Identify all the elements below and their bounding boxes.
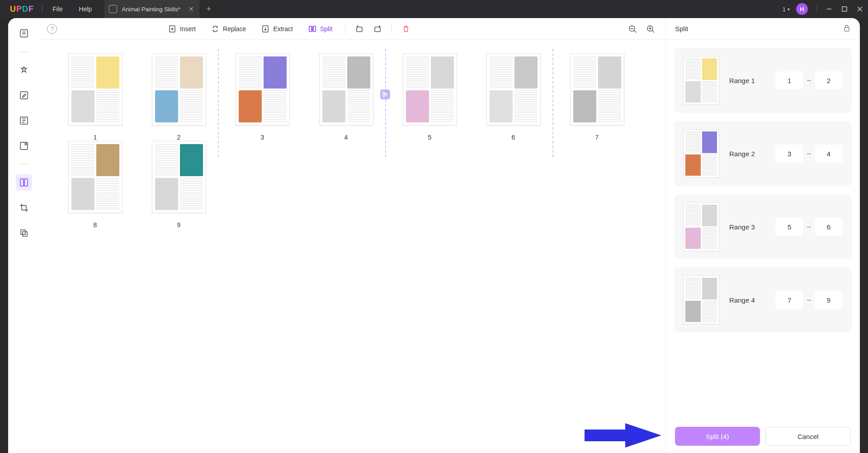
- menu-file[interactable]: File: [44, 5, 71, 13]
- close-window-button[interactable]: [855, 5, 864, 14]
- document-icon: [109, 5, 117, 13]
- range-card: Range 4–: [674, 267, 852, 332]
- page-thumbnail[interactable]: 5: [388, 53, 472, 141]
- split-button[interactable]: Split: [302, 22, 339, 36]
- page-thumbnail[interactable]: 9: [137, 141, 221, 229]
- range-to-input[interactable]: [815, 291, 843, 309]
- range-label: Range 4: [729, 296, 765, 304]
- range-thumbnail: [683, 129, 719, 178]
- app-logo: UPDF: [10, 5, 34, 14]
- center-column: ? Insert Replace Extract Split 123456789: [40, 18, 665, 453]
- page-number: 6: [512, 134, 515, 141]
- range-list: Range 1–Range 2–Range 3–Range 4–: [666, 40, 860, 420]
- delete-button[interactable]: [398, 21, 414, 37]
- zoom-out-button[interactable]: [625, 21, 640, 37]
- page-thumbnail[interactable]: 4: [304, 53, 388, 141]
- svg-marker-37: [585, 423, 661, 448]
- organize-toolbar: ? Insert Replace Extract Split: [40, 18, 665, 40]
- svg-line-29: [634, 31, 636, 33]
- svg-point-13: [25, 143, 27, 145]
- rotate-left-button[interactable]: [352, 21, 367, 37]
- rail-crop-icon[interactable]: [16, 200, 32, 216]
- menu-help[interactable]: Help: [71, 5, 100, 13]
- rail-protect-icon[interactable]: [16, 138, 32, 154]
- zoom-in-button[interactable]: [643, 21, 658, 37]
- workspace: ? Insert Replace Extract Split 123456789…: [8, 18, 860, 453]
- page-number: 7: [595, 134, 599, 141]
- svg-rect-23: [313, 26, 316, 32]
- rail-tool-icon[interactable]: [16, 225, 32, 241]
- svg-line-33: [652, 31, 654, 33]
- extract-button[interactable]: Extract: [255, 22, 299, 36]
- svg-rect-4: [20, 30, 28, 37]
- svg-point-35: [383, 95, 385, 97]
- titlebar: UPDF File Help Animal Painting Skills* ✕…: [0, 0, 868, 18]
- replace-button[interactable]: Replace: [205, 22, 252, 36]
- help-icon[interactable]: ?: [47, 24, 57, 34]
- rail-reader-icon[interactable]: [16, 25, 32, 42]
- page-number: 9: [177, 221, 181, 229]
- svg-point-34: [383, 92, 385, 94]
- add-tab-button[interactable]: +: [202, 5, 216, 14]
- svg-rect-25: [357, 27, 362, 32]
- range-label: Range 1: [729, 77, 765, 84]
- scissor-icon[interactable]: [380, 89, 390, 99]
- page-number: 1: [94, 134, 97, 141]
- range-label: Range 2: [729, 150, 765, 158]
- rail-comment-icon[interactable]: [16, 62, 32, 78]
- range-from-input[interactable]: [775, 218, 803, 236]
- split-panel: Split Range 1–Range 2–Range 3–Range 4– S…: [665, 18, 860, 453]
- maximize-button[interactable]: [840, 5, 849, 14]
- svg-rect-16: [21, 230, 25, 234]
- rail-form-icon[interactable]: [16, 112, 32, 129]
- rotate-right-button[interactable]: [370, 21, 385, 37]
- page-thumbnail[interactable]: 3: [221, 53, 304, 141]
- svg-rect-26: [375, 27, 380, 32]
- range-card: Range 3–: [674, 194, 852, 259]
- minimize-button[interactable]: [825, 5, 834, 14]
- left-rail: [8, 18, 40, 453]
- panel-header: Split: [666, 18, 860, 40]
- thumbnail-grid: 123456789: [40, 40, 665, 453]
- page-number: 4: [344, 134, 348, 141]
- svg-rect-7: [20, 92, 28, 99]
- page-dropdown[interactable]: 1▾: [783, 6, 790, 13]
- insert-button[interactable]: Insert: [162, 22, 202, 36]
- close-tab-icon[interactable]: ✕: [189, 5, 194, 13]
- page-thumbnail[interactable]: 7: [555, 53, 639, 141]
- range-from-input[interactable]: [775, 71, 803, 89]
- rail-organize-icon[interactable]: [16, 174, 32, 191]
- separator: [816, 5, 816, 13]
- page-thumbnail[interactable]: 2: [137, 53, 221, 141]
- range-thumbnail: [683, 56, 719, 105]
- document-tab[interactable]: Animal Painting Skills* ✕: [104, 0, 199, 18]
- range-thumbnail: [683, 276, 719, 324]
- range-from-input[interactable]: [775, 145, 803, 163]
- svg-rect-1: [842, 7, 847, 11]
- panel-title: Split: [675, 25, 688, 33]
- split-divider[interactable]: [218, 49, 219, 157]
- range-to-input[interactable]: [815, 218, 843, 236]
- user-avatar[interactable]: H: [796, 3, 808, 15]
- page-number: 3: [261, 134, 264, 141]
- rail-edit-icon[interactable]: [16, 87, 32, 103]
- page-thumbnail[interactable]: 8: [53, 141, 137, 229]
- range-to-input[interactable]: [815, 71, 843, 89]
- page-thumbnail[interactable]: 6: [472, 53, 555, 141]
- split-confirm-button[interactable]: Split (4): [675, 427, 760, 446]
- lock-icon[interactable]: [843, 24, 851, 33]
- page-number: 2: [177, 134, 181, 141]
- page-thumbnail[interactable]: 1: [53, 53, 137, 141]
- range-from-input[interactable]: [775, 291, 803, 309]
- split-divider[interactable]: [385, 49, 386, 157]
- cancel-button[interactable]: Cancel: [765, 427, 851, 446]
- range-to-input[interactable]: [815, 145, 843, 163]
- panel-footer: Split (4) Cancel: [666, 420, 860, 453]
- page-number: 8: [94, 221, 97, 229]
- svg-rect-15: [24, 179, 28, 186]
- svg-rect-22: [309, 26, 311, 32]
- split-divider[interactable]: [552, 49, 553, 157]
- svg-rect-17: [23, 232, 27, 236]
- tab-title: Animal Painting Skills*: [122, 6, 180, 13]
- annotation-arrow: [585, 423, 661, 449]
